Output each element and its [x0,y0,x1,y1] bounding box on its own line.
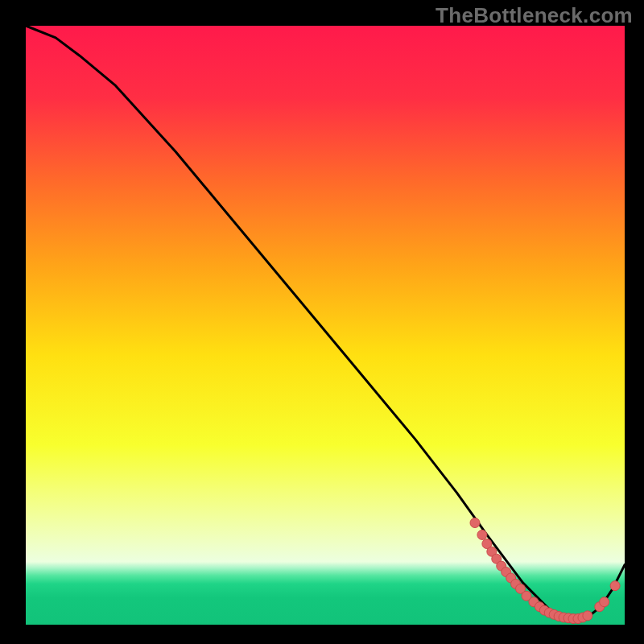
chart-container: TheBottleneck.com [0,0,644,644]
curve-marker [610,581,620,591]
curve-marker [477,530,487,539]
curve-marker [470,518,480,528]
curve-marker [583,611,592,621]
bottleneck-chart [0,0,644,644]
curve-marker [600,597,609,607]
plot-background [26,26,625,625]
